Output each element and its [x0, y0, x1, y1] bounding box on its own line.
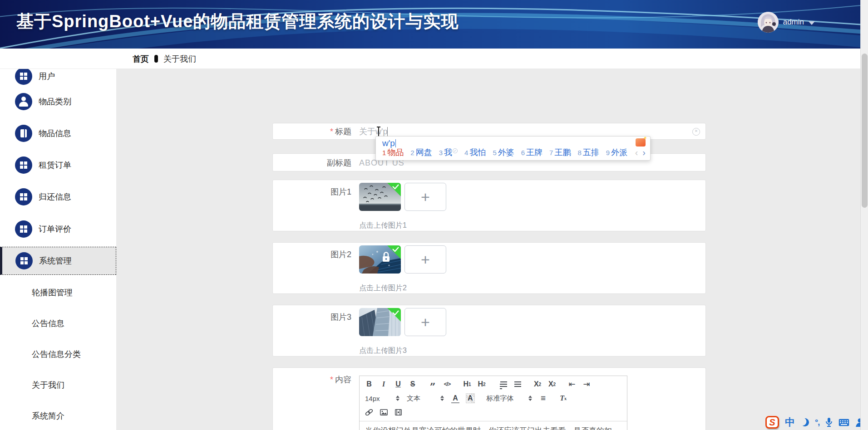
sidebar-item-item-category[interactable]: 物品类别 — [0, 86, 116, 117]
image3-caption: 点击上传图片3 — [359, 346, 407, 356]
image2-field-row: 图片2 — [272, 242, 706, 294]
highlight-color-button[interactable]: A — [466, 393, 475, 403]
sidebar-item-system-management[interactable]: 系统管理 — [0, 247, 116, 275]
title-label: *标题 — [273, 123, 351, 140]
ime-candidate[interactable]: 7王鹏 — [549, 147, 571, 158]
editor-toolbar-row1: B I U S ” </> H1 H2 X2 X2 ⇤ ⇥ — [360, 378, 627, 390]
grid-icon — [15, 156, 32, 174]
image2-label: 图片2 — [273, 249, 351, 260]
ime-candidate[interactable]: 6王牌 — [521, 147, 542, 158]
font-size-select[interactable]: 14px — [365, 393, 386, 403]
heading1-button[interactable]: H1 — [463, 379, 471, 389]
sidebar-subitem-announcement-category[interactable]: 公告信息分类 — [0, 339, 116, 370]
sidebar: 用户 物品类别 物品信息 租赁订单 归还信息 订单评价 系统管理 轮播图管理 — [0, 69, 116, 430]
ime-pager: ‹ › — [635, 147, 646, 158]
required-asterisk: * — [330, 127, 333, 136]
font-color-button[interactable]: A — [451, 393, 459, 403]
user-icon — [15, 93, 32, 110]
superscript-button[interactable]: X2 — [548, 379, 556, 389]
bold-button[interactable]: B — [365, 379, 373, 389]
image1-upload-button[interactable]: + — [404, 183, 446, 211]
ime-candidate[interactable]: 8五排 — [577, 147, 599, 158]
breadcrumb-bar: 首页 关于我们 — [0, 49, 860, 69]
sidebar-subitem-about-us[interactable]: 关于我们 — [0, 370, 116, 401]
punctuation-icon[interactable]: °, — [815, 418, 819, 427]
sidebar-item-item-info[interactable]: 物品信息 — [0, 117, 116, 149]
sogou-ime-toolbar: S 中 °, 17 — [765, 415, 868, 430]
stepper-icon[interactable] — [528, 396, 532, 401]
ordered-list-icon[interactable] — [498, 379, 507, 389]
ime-candidate[interactable]: 9外派 — [606, 147, 627, 158]
code-button[interactable]: </> — [443, 379, 451, 389]
microphone-icon[interactable] — [825, 417, 833, 427]
ime-candidate[interactable]: 3我✓ — [439, 147, 458, 158]
keyboard-icon[interactable] — [838, 419, 849, 426]
video-icon[interactable] — [394, 407, 402, 417]
breadcrumb-home-link[interactable]: 首页 — [133, 54, 149, 64]
username-label: admin — [783, 18, 804, 27]
sidebar-subitem-announcement-info[interactable]: 公告信息 — [0, 308, 116, 339]
grid-icon — [15, 188, 32, 205]
blockquote-button[interactable]: ” — [429, 379, 437, 389]
image2-thumbnail[interactable] — [359, 245, 401, 274]
heading2-button[interactable]: H2 — [478, 379, 486, 389]
image1-label: 图片1 — [273, 186, 351, 197]
ime-candidate[interactable]: 1物品 — [382, 147, 404, 158]
text-cursor-ibeam — [378, 127, 379, 137]
required-asterisk: * — [330, 375, 333, 384]
italic-button[interactable]: I — [380, 379, 388, 389]
strikethrough-button[interactable]: S — [409, 379, 417, 389]
fullwidth-moon-icon[interactable] — [800, 417, 810, 427]
ime-candidate[interactable]: 5外婆 — [493, 147, 514, 158]
page-scrollbar[interactable] — [860, 0, 868, 430]
image1-thumbnail[interactable] — [359, 183, 401, 211]
ime-next-page-icon[interactable]: › — [642, 147, 646, 158]
sogou-logo-icon[interactable]: S — [765, 416, 779, 429]
ime-candidate[interactable]: 2网盘 — [410, 147, 432, 158]
chinese-mode-icon[interactable]: 中 — [785, 415, 795, 429]
link-icon[interactable] — [365, 407, 373, 417]
sidebar-subitem-system-intro[interactable]: 系统简介 — [0, 401, 116, 430]
editor-content[interactable]: 当你设想门外是寒冷可怕的世界时，你还应该开门出去看看，是否真的如此。如果你有信心… — [360, 421, 627, 430]
image2-upload-button[interactable]: + — [404, 245, 446, 274]
ime-candidate[interactable]: 4我怕 — [464, 147, 486, 158]
line-height-icon[interactable]: ≡ — [539, 393, 547, 403]
plus-icon: + — [405, 188, 446, 206]
stepper-icon[interactable] — [440, 396, 444, 401]
clear-input-icon[interactable] — [692, 128, 700, 136]
image-icon[interactable] — [380, 407, 388, 417]
stepper-icon[interactable] — [396, 396, 399, 401]
avatar[interactable] — [758, 12, 779, 33]
image3-label: 图片3 — [273, 312, 351, 322]
user-menu[interactable]: admin — [758, 11, 815, 34]
indent-icon[interactable]: ⇥ — [582, 379, 591, 389]
ime-candidate-popup: w'p 1物品 2网盘 3我✓ 4我怕 5外婆 6王牌 7王鹏 8五排 9外派 … — [375, 136, 651, 161]
sidebar-subitem-carousel-management[interactable]: 轮播图管理 — [0, 277, 116, 308]
page-title: 基于SpringBoot+Vue的物品租赁管理系统的设计与实现 — [16, 10, 459, 33]
page: 基于SpringBoot+Vue的物品租赁管理系统的设计与实现 admin — [0, 0, 868, 430]
content-field-row: *内容 B I U S ” </> H1 H2 X2 X2 ⇤ ⇥ — [272, 367, 706, 430]
sidebar-item-order-reviews[interactable]: 订单评价 — [0, 213, 116, 245]
image3-upload-button[interactable]: + — [404, 308, 446, 336]
sidebar-item-rental-orders[interactable]: 租赁订单 — [0, 149, 116, 181]
image3-thumbnail[interactable] — [359, 308, 401, 336]
outdent-icon[interactable]: ⇤ — [568, 379, 576, 389]
book-icon — [15, 125, 32, 142]
sogou-emoji-icon[interactable] — [636, 138, 646, 147]
grid-icon — [15, 69, 32, 85]
paragraph-format-select[interactable]: 文本 — [407, 393, 430, 403]
clear-format-button[interactable]: Tx — [559, 393, 567, 403]
subscript-button[interactable]: X2 — [533, 379, 542, 389]
rich-text-editor: B I U S ” </> H1 H2 X2 X2 ⇤ ⇥ 14px — [359, 376, 627, 430]
unordered-list-icon[interactable] — [513, 379, 522, 389]
font-family-select[interactable]: 标准字体 — [487, 393, 518, 403]
underline-button[interactable]: U — [394, 379, 402, 389]
sidebar-item-return-info[interactable]: 归还信息 — [0, 181, 116, 213]
image2-caption: 点击上传图片2 — [359, 283, 407, 293]
ime-prev-page-icon[interactable]: ‹ — [635, 147, 638, 158]
caret-down-icon — [809, 21, 815, 25]
scrollbar-thumb[interactable] — [862, 54, 868, 208]
content-label: *内容 — [273, 374, 351, 385]
main-content: *标题 关于w'p 副标题 ABOUT US w'p 1物品 2网盘 3我✓ 4… — [116, 69, 860, 430]
plus-icon: + — [405, 313, 446, 331]
